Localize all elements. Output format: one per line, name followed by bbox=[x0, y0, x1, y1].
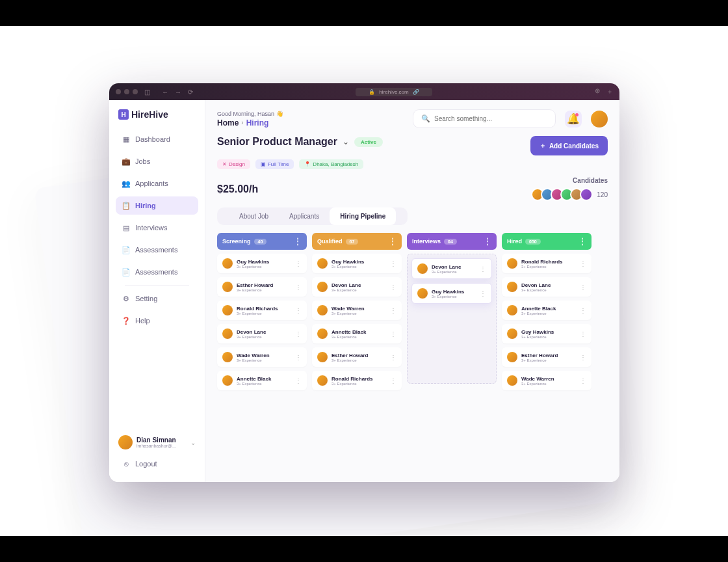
more-icon[interactable]: ⋮ bbox=[295, 284, 302, 291]
sidebar-item-assessments[interactable]: 📄Assessments bbox=[116, 241, 198, 259]
candidate-avatar bbox=[507, 282, 517, 292]
candidate-avatar bbox=[507, 352, 517, 362]
more-icon[interactable]: ⋮ bbox=[390, 284, 396, 291]
candidate-card[interactable]: Annette Black3+ Experience⋮ bbox=[502, 301, 592, 320]
candidate-card[interactable]: Esther Howard3+ Experience⋮ bbox=[312, 347, 402, 367]
candidate-card[interactable]: Annette Black3+ Experience⋮ bbox=[217, 371, 307, 390]
drop-zone[interactable]: Devon Lane3+ Experience⋮Guy Hawkins3+ Ex… bbox=[407, 254, 497, 384]
candidate-card[interactable]: Guy Hawkins3+ Experience⋮ bbox=[312, 254, 402, 273]
more-icon[interactable]: ⋮ bbox=[580, 284, 586, 291]
more-icon[interactable]: ⋮ bbox=[295, 377, 302, 384]
more-icon[interactable]: ⋮ bbox=[480, 290, 486, 297]
more-icon[interactable]: ⋮ bbox=[580, 330, 586, 338]
more-icon[interactable]: ⋮ bbox=[295, 260, 302, 267]
logout-label: Logout bbox=[135, 460, 157, 468]
candidate-experience: 3+ Experience bbox=[521, 265, 576, 269]
sidebar-toggle-icon[interactable]: ◫ bbox=[144, 88, 150, 96]
sidebar-item-jobs[interactable]: 💼Jobs bbox=[116, 152, 198, 170]
brand[interactable]: H HireHive bbox=[109, 109, 205, 130]
search-icon: 🔍 bbox=[421, 114, 430, 123]
candidate-avatar bbox=[317, 375, 328, 386]
candidate-card[interactable]: Devon Lane3+ Experience⋮ bbox=[217, 324, 307, 343]
sidebar-item-dashboard[interactable]: ▦Dashboard bbox=[116, 130, 198, 148]
candidate-card[interactable]: Ronald Richards3+ Experience⋮ bbox=[217, 301, 307, 320]
tab-about-job[interactable]: About Job bbox=[229, 207, 279, 225]
sidebar-item-applicants[interactable]: 👥Applicants bbox=[116, 174, 198, 193]
plus-icon[interactable]: ＋ bbox=[606, 87, 613, 96]
forward-icon[interactable]: → bbox=[175, 88, 181, 96]
traffic-lights[interactable] bbox=[116, 89, 138, 94]
pipeline-column-qualified: Qualified67⋮Guy Hawkins3+ Experience⋮Dev… bbox=[312, 233, 402, 390]
candidate-card[interactable]: Guy Hawkins3+ Experience⋮ bbox=[411, 283, 492, 304]
sidebar-item-setting[interactable]: ⚙Setting bbox=[116, 289, 198, 308]
download-icon[interactable]: ⊕ bbox=[595, 87, 600, 96]
more-icon[interactable]: ⋮ bbox=[578, 237, 586, 246]
more-icon[interactable]: ⋮ bbox=[580, 354, 586, 361]
notifications-button[interactable]: 🔔 bbox=[565, 111, 582, 127]
lock-icon: 🔒 bbox=[369, 89, 375, 95]
user-name: Dian Simnan bbox=[136, 436, 187, 444]
pipeline-board: Screening40⋮Guy Hawkins3+ Experience⋮Est… bbox=[205, 225, 619, 398]
candidate-experience: 3+ Experience bbox=[332, 358, 386, 362]
candidate-avatar bbox=[317, 305, 328, 315]
candidate-card[interactable]: Wade Warren3+ Experience⋮ bbox=[312, 301, 402, 320]
search-input[interactable] bbox=[434, 115, 547, 122]
more-icon[interactable]: ⋮ bbox=[295, 354, 302, 361]
users-icon: 👥 bbox=[122, 180, 130, 187]
candidate-experience: 3+ Experience bbox=[432, 270, 476, 274]
candidate-card[interactable]: Devon Lane3+ Experience⋮ bbox=[312, 277, 402, 297]
candidate-card[interactable]: Wade Warren3+ Experience⋮ bbox=[502, 371, 592, 390]
more-icon[interactable]: ⋮ bbox=[390, 377, 396, 384]
help-icon: ❓ bbox=[122, 317, 130, 325]
tab-applicants[interactable]: Applicants bbox=[279, 207, 330, 225]
clipboard-icon: 📋 bbox=[122, 202, 130, 209]
back-icon[interactable]: ← bbox=[162, 88, 168, 96]
candidate-card[interactable]: Wade Warren3+ Experience⋮ bbox=[217, 347, 307, 367]
more-icon[interactable]: ⋮ bbox=[390, 354, 396, 361]
grid-icon: ▦ bbox=[122, 135, 130, 143]
candidate-card[interactable]: Guy Hawkins3+ Experience⋮ bbox=[502, 324, 592, 343]
sidebar-item-assessments[interactable]: 📄Assessments bbox=[116, 263, 198, 281]
reload-icon[interactable]: ⟳ bbox=[188, 88, 193, 96]
crumb-home[interactable]: Home bbox=[217, 118, 239, 127]
more-icon[interactable]: ⋮ bbox=[580, 260, 586, 267]
search-box[interactable]: 🔍 bbox=[413, 109, 556, 128]
more-icon[interactable]: ⋮ bbox=[295, 330, 302, 338]
more-icon[interactable]: ⋮ bbox=[390, 260, 396, 267]
crumb-hiring[interactable]: Hiring bbox=[246, 118, 269, 127]
candidate-card[interactable]: Ronald Richards3+ Experience⋮ bbox=[502, 254, 592, 273]
sidebar-item-interviews[interactable]: ▤Interviews bbox=[116, 219, 198, 237]
more-icon[interactable]: ⋮ bbox=[580, 307, 586, 314]
more-icon[interactable]: ⋮ bbox=[294, 237, 302, 246]
more-icon[interactable]: ⋮ bbox=[390, 330, 396, 338]
logout-button[interactable]: ⎋ Logout bbox=[109, 455, 205, 473]
more-icon[interactable]: ⋮ bbox=[389, 237, 396, 246]
user-card[interactable]: Dian Simnan imhasanbashor@... ⌄ bbox=[109, 430, 205, 455]
candidate-name: Annette Black bbox=[237, 376, 291, 382]
chevron-right-icon: › bbox=[241, 119, 243, 126]
candidate-card[interactable]: Esther Howard3+ Experience⋮ bbox=[502, 347, 592, 367]
candidate-card[interactable]: Ronald Richards3+ Experience⋮ bbox=[312, 371, 402, 390]
chevron-down-icon[interactable]: ⌄ bbox=[190, 439, 196, 446]
tab-hiring-pipeline[interactable]: Hiring Pipeline bbox=[330, 207, 396, 225]
candidate-experience: 3+ Experience bbox=[237, 358, 291, 362]
sidebar-item-hiring[interactable]: 📋Hiring bbox=[116, 196, 198, 215]
more-icon[interactable]: ⋮ bbox=[484, 237, 491, 246]
candidate-name: Wade Warren bbox=[237, 353, 291, 358]
candidate-card[interactable]: Guy Hawkins3+ Experience⋮ bbox=[217, 254, 307, 273]
candidate-card[interactable]: Devon Lane3+ Experience⋮ bbox=[411, 258, 492, 279]
profile-avatar[interactable] bbox=[591, 111, 608, 127]
more-icon[interactable]: ⋮ bbox=[295, 307, 302, 314]
candidate-card[interactable]: Esther Howard3+ Experience⋮ bbox=[217, 277, 307, 297]
url-bar[interactable]: 🔒 hirehive.com 🔗 bbox=[356, 88, 432, 96]
add-candidates-button[interactable]: ＋ Add Candidates bbox=[530, 136, 608, 155]
sidebar-item-help[interactable]: ❓Help bbox=[116, 312, 198, 330]
candidate-card[interactable]: Annette Black3+ Experience⋮ bbox=[312, 324, 402, 343]
candidate-avatar bbox=[507, 305, 517, 315]
more-icon[interactable]: ⋮ bbox=[580, 377, 586, 384]
candidate-avatars[interactable]: 120 bbox=[534, 188, 608, 201]
candidate-card[interactable]: Devon Lane3+ Experience⋮ bbox=[502, 277, 592, 297]
chevron-down-icon[interactable]: ⌄ bbox=[343, 137, 349, 146]
more-icon[interactable]: ⋮ bbox=[390, 307, 396, 314]
more-icon[interactable]: ⋮ bbox=[480, 265, 486, 273]
